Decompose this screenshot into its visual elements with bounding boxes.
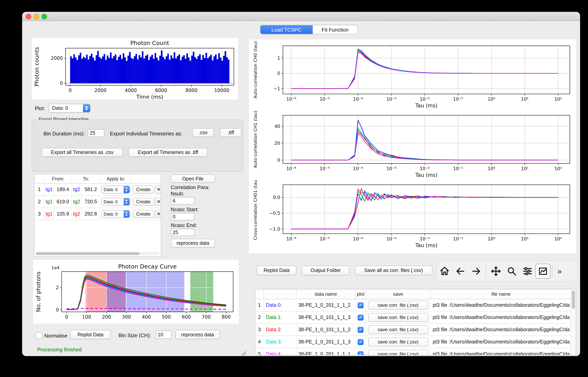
status-text: Processing finished <box>37 347 82 353</box>
svg-text:600: 600 <box>182 314 191 320</box>
open-file-button[interactable]: Open File <box>171 175 215 183</box>
reprocess-data-button-2[interactable]: reprocess data <box>175 330 220 339</box>
save-corr-file-button[interactable]: save corr. file (.csv) <box>368 325 428 334</box>
tg1-button[interactable]: tg1 <box>45 196 54 208</box>
svg-text:Cross-correlation CH01 (tau): Cross-correlation CH01 (tau) <box>253 180 258 240</box>
gate-create-button[interactable]: Create <box>133 198 154 206</box>
ncasc-start-input[interactable] <box>171 213 195 220</box>
svg-text:6000: 6000 <box>155 88 167 93</box>
bin-duration-input[interactable] <box>88 129 104 137</box>
gate-apply-select[interactable]: Data: 0 <box>102 210 130 218</box>
save-corr-file-button[interactable]: save corr. file (.csv) <box>368 313 428 322</box>
svg-text:Photon Count: Photon Count <box>130 40 169 46</box>
select-stepper-icon[interactable] <box>83 104 90 112</box>
file-table-vscrollbar[interactable] <box>571 289 576 355</box>
save-corr-file-button[interactable]: save corr. file (.csv) <box>368 301 428 309</box>
save-corr-file-button[interactable]: save corr. file (.csv) <box>368 338 428 346</box>
gate-table-hscrollbar[interactable] <box>36 252 160 255</box>
svg-text:10¹: 10¹ <box>521 236 529 241</box>
plot-checkbox[interactable]: ✓ <box>358 327 364 333</box>
save-all-corr-button[interactable]: Save all as corr. files (.csv) <box>355 266 432 275</box>
svg-text:10²: 10² <box>554 96 562 102</box>
plot-checkbox[interactable]: ✓ <box>358 302 364 308</box>
back-icon[interactable] <box>453 263 468 279</box>
gate-apply-select[interactable]: Data: 0 <box>102 198 130 206</box>
file-path: pt3 file :/Users/dwaithe/Documents/colla… <box>431 324 571 336</box>
file-table-vscrollbar-thumb[interactable] <box>572 291 575 309</box>
svg-text:700: 700 <box>202 314 211 320</box>
save-corr-file-button[interactable]: save corr. file (.csv) <box>368 350 428 355</box>
nsub-label: Nsub: <box>171 191 184 197</box>
export-tiff-button[interactable]: .tiff <box>220 128 241 137</box>
normalise-checkbox[interactable] <box>36 332 42 339</box>
select-stepper-icon[interactable] <box>124 210 130 218</box>
gate-table-hscrollbar-thumb[interactable] <box>36 252 139 255</box>
plot-data-select-value: Data: 0 <box>49 104 83 112</box>
resize-grip[interactable] <box>240 350 246 356</box>
data-label: Data 1: <box>264 311 296 323</box>
zoom-icon[interactable] <box>504 263 520 279</box>
select-stepper-icon[interactable] <box>124 198 130 205</box>
acf-ch1-chart: 10⁻⁶10⁻⁵10⁻⁴10⁻³10⁻²10⁻¹10⁰10¹10²02040Ta… <box>250 111 575 180</box>
axes-edit-icon[interactable] <box>535 264 551 279</box>
gate-delete-button[interactable]: ✕ <box>155 186 161 193</box>
export-all-csv-button[interactable]: Export all Timeseries as .csv <box>41 148 123 157</box>
plot-data-select[interactable]: Data: 0 <box>49 104 90 113</box>
svg-text:2000: 2000 <box>51 56 63 61</box>
svg-text:10000: 10000 <box>214 88 229 93</box>
select-stepper-icon[interactable] <box>124 186 130 193</box>
output-folder-button[interactable]: Output Folder <box>302 266 349 275</box>
svg-text:0: 0 <box>277 71 280 76</box>
gate-to-value: 581.2 <box>82 184 100 195</box>
app-window: Load TCSPC Fit Function 0200040006000800… <box>22 12 580 356</box>
data-name-value: 38-PE_1_0_201_1_1_2 <box>296 299 356 311</box>
export-all-tiff-button[interactable]: Export all Timeseries as .tiff <box>128 148 208 157</box>
reprocess-data-button[interactable]: reprocess data <box>171 239 215 247</box>
tg1-button[interactable]: tg1 <box>45 184 54 195</box>
svg-text:10⁻⁵: 10⁻⁵ <box>320 166 330 171</box>
zoom-window-button[interactable] <box>41 14 47 19</box>
photon-decay-chart: 010020030040050060070080002Photon Decay … <box>33 260 239 324</box>
plot-checkbox[interactable]: ✓ <box>358 339 364 345</box>
plot-checkbox[interactable]: ✓ <box>358 314 364 320</box>
forward-icon[interactable] <box>468 263 484 279</box>
export-csv-button[interactable]: .csv <box>192 128 214 137</box>
pan-icon[interactable] <box>488 263 504 279</box>
gate-delete-button[interactable]: ✕ <box>155 198 161 206</box>
tg2-button[interactable]: tg2 <box>72 184 82 195</box>
gate-apply-select[interactable]: Data: 0 <box>102 186 130 193</box>
gate-col-apply: Apply to: <box>100 174 132 183</box>
home-icon[interactable] <box>437 263 453 279</box>
tab-load-tcspc[interactable]: Load TCSPC <box>260 25 313 34</box>
toolbar-more-icon[interactable]: » <box>554 267 565 276</box>
replot-data-button[interactable]: Replot Data <box>70 330 111 339</box>
svg-text:0: 0 <box>65 314 68 320</box>
svg-text:2: 2 <box>56 285 59 290</box>
gate-create-button[interactable]: Create <box>133 186 154 193</box>
svg-text:10¹: 10¹ <box>521 96 529 102</box>
nsub-input[interactable] <box>171 197 195 204</box>
tg2-button[interactable]: tg2 <box>72 208 82 220</box>
plot-checkbox[interactable]: ✓ <box>358 351 364 355</box>
subplot-config-icon[interactable] <box>520 263 535 279</box>
gate-apply-select-value: Data: 0 <box>102 198 124 205</box>
close-window-button[interactable] <box>26 14 31 19</box>
svg-text:20: 20 <box>274 141 280 146</box>
gate-create-button[interactable]: Create <box>133 210 154 218</box>
data-label: Data 4: <box>264 348 296 355</box>
tab-fit-function[interactable]: Fit Function <box>313 25 357 34</box>
bin-size-input[interactable] <box>156 330 172 339</box>
window-titlebar[interactable] <box>22 12 580 21</box>
gate-row-number: 1 <box>34 184 45 195</box>
replot-data-button-right[interactable]: Replot Data <box>257 266 296 275</box>
plot-select-label: Plot: <box>35 106 45 111</box>
svg-text:10⁻³: 10⁻³ <box>386 96 396 102</box>
svg-text:10⁰: 10⁰ <box>488 96 495 102</box>
tg1-button[interactable]: tg1 <box>45 208 54 220</box>
gate-delete-button[interactable]: ✕ <box>155 210 161 218</box>
minimize-window-button[interactable] <box>34 14 39 19</box>
time-gate-table-header: From: To: Apply to: <box>34 174 161 184</box>
tg2-button[interactable]: tg2 <box>72 196 82 208</box>
svg-text:10⁻⁶: 10⁻⁶ <box>286 96 296 102</box>
ncasc-end-input[interactable] <box>171 229 195 236</box>
